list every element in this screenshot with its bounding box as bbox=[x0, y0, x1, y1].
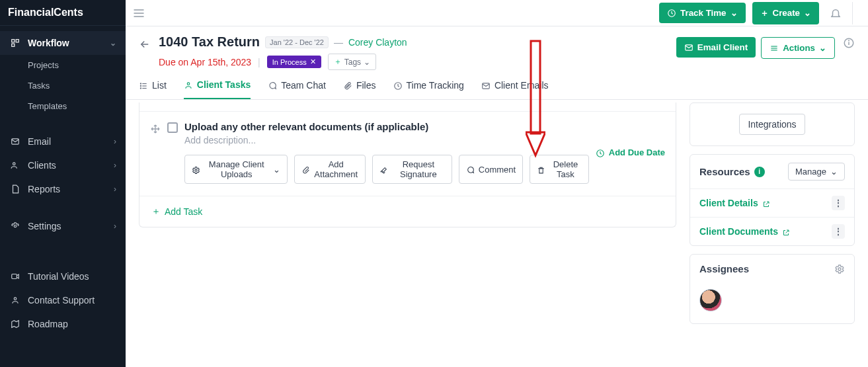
nav-sub-tasks[interactable]: Tasks bbox=[0, 75, 126, 96]
task-checkbox[interactable] bbox=[167, 122, 178, 133]
separator-dash: — bbox=[334, 37, 343, 48]
nav-sub-templates[interactable]: Templates bbox=[0, 96, 126, 116]
nav-reports[interactable]: Reports › bbox=[0, 177, 126, 201]
assignee-avatar[interactable] bbox=[699, 289, 722, 311]
kebab-menu-button[interactable]: ⋮ bbox=[832, 224, 845, 239]
plus-icon: ＋ bbox=[151, 206, 161, 218]
video-icon bbox=[9, 272, 21, 281]
integrations-panel: Integrations bbox=[690, 102, 855, 146]
svg-point-7 bbox=[14, 298, 17, 300]
svg-rect-1 bbox=[16, 40, 19, 42]
add-task-button[interactable]: ＋ Add Task bbox=[139, 196, 214, 227]
comment-button[interactable]: Comment bbox=[459, 155, 523, 184]
gear-icon bbox=[192, 165, 200, 175]
svg-point-30 bbox=[838, 268, 841, 270]
request-signature-button[interactable]: Request Signature bbox=[372, 155, 452, 184]
external-link-icon bbox=[782, 226, 790, 237]
add-due-date-button[interactable]: Add Due Date bbox=[596, 121, 665, 184]
svg-rect-2 bbox=[12, 44, 15, 46]
page-title: 1040 Tax Return bbox=[159, 34, 260, 50]
menu-icon bbox=[769, 43, 779, 53]
chevron-down-icon: ⌄ bbox=[273, 165, 280, 175]
nav-email[interactable]: Email › bbox=[0, 130, 126, 153]
users-icon bbox=[9, 161, 21, 170]
plus-icon: ＋ bbox=[334, 56, 342, 67]
task-list: Upload any other relevant documents (if … bbox=[139, 102, 676, 227]
assignees-heading: Assignees bbox=[699, 263, 749, 274]
hamburger-icon[interactable] bbox=[132, 7, 145, 20]
nav-workflow[interactable]: Workflow ⌄ bbox=[0, 31, 126, 55]
bell-icon[interactable] bbox=[826, 7, 846, 19]
svg-point-19 bbox=[140, 83, 141, 84]
content: Upload any other relevant documents (if … bbox=[126, 100, 868, 332]
list-icon bbox=[139, 80, 148, 91]
back-arrow-icon[interactable] bbox=[139, 38, 151, 50]
nav-tutorials[interactable]: Tutorial Videos bbox=[0, 265, 126, 288]
tab-time-tracking[interactable]: Time Tracking bbox=[393, 79, 464, 99]
tab-list[interactable]: List bbox=[139, 79, 167, 99]
info-icon[interactable] bbox=[840, 37, 855, 49]
nav-settings[interactable]: Settings › bbox=[0, 214, 126, 238]
track-time-button[interactable]: Track Time ⌄ bbox=[659, 3, 745, 23]
previous-task-cutoff bbox=[139, 102, 676, 112]
drag-handle-icon[interactable] bbox=[150, 122, 161, 184]
chevron-down-icon: ⌄ bbox=[364, 58, 370, 67]
user-icon bbox=[184, 79, 193, 90]
sidebar: FinancialCents Workflow ⌄ Projects Tasks… bbox=[0, 0, 126, 367]
nav-workflow-label: Workflow bbox=[28, 38, 69, 48]
date-range-chip: Jan '22 - Dec '22 bbox=[265, 36, 329, 48]
chevron-down-icon: ⌄ bbox=[830, 167, 838, 177]
svg-point-18 bbox=[849, 40, 849, 41]
external-link-icon bbox=[762, 198, 770, 208]
create-button[interactable]: ＋ Create ⌄ bbox=[752, 2, 820, 24]
client-name-link[interactable]: Corey Clayton bbox=[348, 37, 407, 48]
resources-heading: Resources bbox=[699, 166, 750, 177]
tabs: List Client Tasks Team Chat Files Time T… bbox=[126, 70, 868, 100]
delete-task-button[interactable]: Delete Task bbox=[530, 155, 589, 184]
support-icon bbox=[9, 296, 21, 305]
task-description-placeholder[interactable]: Add description... bbox=[184, 135, 589, 145]
close-icon[interactable]: ✕ bbox=[310, 58, 316, 66]
comment-icon bbox=[466, 165, 475, 175]
svg-point-21 bbox=[140, 86, 141, 87]
due-date-text: Due on Apr 15th, 2023 bbox=[159, 57, 251, 67]
integrations-button[interactable]: Integrations bbox=[739, 114, 805, 135]
nav-support[interactable]: Contact Support bbox=[0, 288, 126, 312]
tab-client-tasks[interactable]: Client Tasks bbox=[184, 79, 251, 99]
nav-clients[interactable]: Clients › bbox=[0, 153, 126, 177]
brand-logo: FinancialCents bbox=[0, 0, 126, 26]
actions-button[interactable]: Actions ⌄ bbox=[761, 37, 835, 59]
svg-point-4 bbox=[13, 163, 16, 165]
status-chip[interactable]: In Process ✕ bbox=[267, 56, 321, 68]
svg-point-5 bbox=[14, 225, 17, 227]
chat-icon bbox=[268, 80, 277, 91]
tab-files[interactable]: Files bbox=[343, 79, 376, 99]
workflow-icon bbox=[9, 38, 21, 48]
chevron-down-icon: ⌄ bbox=[804, 8, 811, 18]
chevron-right-icon: › bbox=[114, 137, 116, 146]
task-row: Upload any other relevant documents (if … bbox=[139, 112, 676, 196]
tags-button[interactable]: ＋ Tags ⌄ bbox=[328, 54, 376, 70]
manage-resources-button[interactable]: Manage ⌄ bbox=[788, 163, 845, 181]
topbar: Track Time ⌄ ＋ Create ⌄ bbox=[126, 0, 868, 26]
paperclip-icon bbox=[343, 80, 352, 91]
nav-roadmap[interactable]: Roadmap bbox=[0, 312, 126, 336]
paperclip-icon bbox=[301, 165, 310, 175]
resource-link-client-details[interactable]: Client Details ⋮ bbox=[690, 188, 854, 217]
clock-icon bbox=[667, 8, 676, 18]
email-client-button[interactable]: Email Client bbox=[676, 37, 756, 58]
manage-uploads-button[interactable]: Manage Client Uploads ⌄ bbox=[184, 155, 288, 184]
chevron-down-icon: ⌄ bbox=[819, 43, 826, 53]
nav-sub-projects[interactable]: Projects bbox=[0, 55, 126, 75]
document-icon bbox=[9, 184, 21, 194]
map-icon bbox=[9, 319, 21, 329]
gear-icon[interactable] bbox=[834, 263, 845, 274]
resource-link-client-documents[interactable]: Client Documents ⋮ bbox=[690, 217, 854, 245]
info-badge-icon: i bbox=[754, 167, 765, 177]
tab-team-chat[interactable]: Team Chat bbox=[268, 79, 326, 99]
kebab-menu-button[interactable]: ⋮ bbox=[832, 196, 845, 210]
svg-rect-6 bbox=[12, 274, 17, 279]
tab-client-emails[interactable]: Client Emails bbox=[481, 79, 549, 99]
add-attachment-button[interactable]: Add Attachment bbox=[294, 155, 366, 184]
envelope-icon bbox=[481, 80, 491, 91]
